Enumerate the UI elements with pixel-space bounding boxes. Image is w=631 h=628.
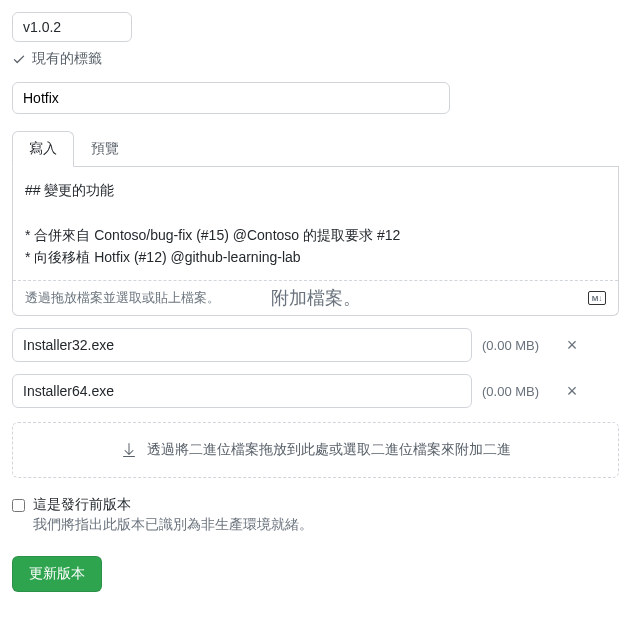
existing-tag-label: 現有的標籤 (32, 50, 102, 68)
description-textarea[interactable] (13, 167, 618, 277)
binary-size: (0.00 MB) (482, 384, 552, 399)
binary-dropzone[interactable]: 透過將二進位檔案拖放到此處或選取二進位檔案來附加二進 (12, 422, 619, 478)
markdown-icon: M↓ (588, 291, 606, 305)
tag-input[interactable] (12, 12, 132, 42)
attach-overlay-text: 附加檔案。 (271, 286, 361, 310)
remove-binary-button[interactable]: × (562, 381, 582, 402)
dropzone-text: 透過將二進位檔案拖放到此處或選取二進位檔案來附加二進 (147, 441, 511, 459)
existing-tag-indicator: 現有的標籤 (12, 50, 619, 68)
remove-binary-button[interactable]: × (562, 335, 582, 356)
release-title-input[interactable] (12, 82, 450, 114)
update-release-button[interactable]: 更新版本 (12, 556, 102, 592)
prerelease-label: 這是發行前版本 (33, 496, 313, 514)
binary-row-1: (0.00 MB) × (12, 374, 619, 408)
binary-name-input[interactable] (12, 328, 472, 362)
prerelease-description: 我們將指出此版本已識別為非生產環境就緒。 (33, 516, 313, 534)
binary-name-input[interactable] (12, 374, 472, 408)
binary-row-0: (0.00 MB) × (12, 328, 619, 362)
prerelease-section: 這是發行前版本 我們將指出此版本已識別為非生產環境就緒。 (12, 496, 619, 534)
tab-preview[interactable]: 預覽 (74, 131, 136, 167)
description-box: 透過拖放檔案並選取或貼上檔案。 附加檔案。 M↓ (12, 167, 619, 316)
attach-hint: 透過拖放檔案並選取或貼上檔案。 (25, 289, 220, 307)
binary-size: (0.00 MB) (482, 338, 552, 353)
tab-write[interactable]: 寫入 (12, 131, 74, 167)
download-arrow-icon (121, 442, 137, 458)
description-tabs: 寫入 預覽 (12, 130, 619, 167)
prerelease-checkbox[interactable] (12, 499, 25, 512)
description-footer[interactable]: 透過拖放檔案並選取或貼上檔案。 附加檔案。 M↓ (13, 280, 618, 315)
check-icon (12, 52, 26, 66)
